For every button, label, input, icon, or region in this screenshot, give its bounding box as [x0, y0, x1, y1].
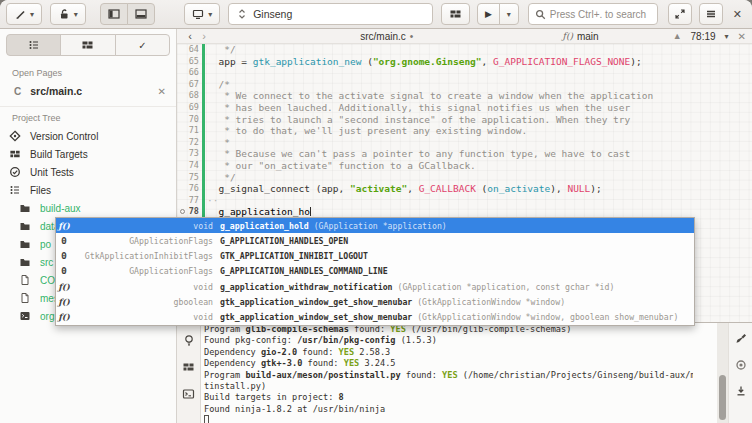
build-log-actions	[728, 323, 752, 423]
files-icon	[9, 184, 21, 196]
save-log-button[interactable]	[732, 382, 750, 400]
code-line[interactable]: 65 app = gtk_application_new ("org.gnome…	[177, 56, 752, 68]
log-line: Build targets in project: 8	[204, 392, 693, 403]
toggle-bottom-panel-button[interactable]	[127, 3, 155, 25]
record-circle-icon	[735, 359, 747, 371]
runtime-lock-button[interactable]: ▾	[50, 3, 86, 25]
completion-return-type: void	[72, 312, 213, 322]
function-icon: ƒ()	[56, 221, 72, 231]
completion-params: (GApplication *application)	[309, 221, 447, 231]
tree-item-build-aux[interactable]: build-aux	[0, 199, 176, 217]
build-log[interactable]: Program glib-compile-schemas found: YES …	[204, 324, 693, 423]
completion-return-type: void	[72, 282, 213, 292]
search-input[interactable]	[550, 9, 651, 20]
code-line[interactable]: 66	[177, 67, 752, 79]
tree-item-label: po	[40, 239, 51, 250]
completion-item[interactable]: ƒ()voidgtk_application_window_set_show_m…	[56, 310, 694, 325]
completion-item[interactable]: ƒ()voidg_application_hold (GApplication …	[56, 218, 694, 233]
line-number: 75	[177, 172, 199, 184]
vcs-change-bar	[202, 148, 205, 160]
code-line[interactable]: 69 * has been lauched. Additionally, thi…	[177, 102, 752, 114]
run-button[interactable]: ▶	[477, 3, 500, 25]
play-icon: ▶	[485, 9, 492, 19]
open-page-item[interactable]: C src/main.c ✕	[0, 80, 176, 102]
run-options-button[interactable]: ▾	[499, 3, 519, 25]
completion-return-type: GtkApplicationInhibitFlags	[72, 251, 213, 261]
code-line[interactable]: 68 * We connect to the activate signal t…	[177, 90, 752, 102]
vcs-change-bar	[202, 183, 205, 195]
vcs-change-bar	[202, 114, 205, 126]
nav-back-icon[interactable]: ‹	[183, 30, 197, 42]
completion-item[interactable]: ΘGtkApplicationInhibitFlagsGTK_APPLICATI…	[56, 249, 694, 264]
build-output-tab[interactable]	[180, 358, 198, 376]
chevron-down-icon: ▾	[507, 10, 511, 19]
messages-tab[interactable]	[180, 331, 198, 349]
enum-icon: Θ	[56, 266, 72, 276]
c-language-icon: C	[14, 86, 21, 97]
log-line: Dependency gtk+-3.0 found: YES 3.24.5	[204, 358, 693, 369]
completion-item[interactable]: ƒ()voidg_application_withdraw_notificati…	[56, 279, 694, 294]
fullscreen-button[interactable]	[668, 3, 692, 25]
terminal-tab[interactable]	[180, 385, 198, 403]
completion-name: gtk_application_window_get_show_menubar	[220, 297, 412, 307]
vcs-change-bar	[202, 67, 205, 79]
switcher-project-tree-button[interactable]	[6, 34, 61, 56]
completion-item[interactable]: ƒ()gbooleangtk_application_window_get_sh…	[56, 294, 694, 309]
completion-item[interactable]: ΘGApplicationFlagsG_APPLICATION_HANDLES_…	[56, 264, 694, 279]
current-symbol-button[interactable]: ƒ() main	[563, 31, 599, 42]
completion-return-type: gboolean	[72, 297, 213, 307]
device-monitor-icon	[192, 8, 204, 20]
completion-return-type: void	[72, 221, 213, 231]
nav-forward-icon[interactable]: ›	[197, 30, 211, 42]
vcs-change-bar	[202, 56, 205, 68]
close-editor-icon[interactable]: ✕	[738, 31, 746, 42]
switcher-build-targets-button[interactable]	[60, 34, 115, 56]
warning-icon[interactable]: ▲	[673, 31, 682, 41]
tree-item-files[interactable]: Files	[0, 181, 176, 199]
function-icon: ƒ()	[56, 297, 72, 307]
tree-item-unit-tests[interactable]: Unit Tests	[0, 163, 176, 181]
global-search[interactable]	[528, 3, 658, 25]
window-close-button[interactable]: ✕	[723, 3, 752, 25]
code-line[interactable]: 74 * our "on_activate" function to a GCa…	[177, 160, 752, 172]
line-number: 65	[177, 56, 199, 68]
code-line[interactable]: 64 */	[177, 44, 752, 56]
chevron-down-icon[interactable]: ▾	[725, 32, 729, 41]
code-line[interactable]: 71 * to do that, we'll just present any …	[177, 125, 752, 137]
tree-item-version-control[interactable]: Version Control	[0, 127, 176, 145]
file-icon	[19, 292, 31, 304]
completion-return-type: GApplicationFlags	[72, 266, 213, 276]
open-pages-label: Open Pages	[0, 62, 176, 80]
toggle-left-panel-button[interactable]	[100, 3, 128, 25]
scrollbar-thumb[interactable]	[719, 375, 726, 420]
run-profile-button[interactable]: ▾	[6, 3, 42, 25]
close-page-icon[interactable]: ✕	[158, 86, 166, 97]
code-line[interactable]: 72 *	[177, 137, 752, 149]
log-line: Program build-aux/meson/postinstall.py f…	[204, 370, 693, 381]
code-line[interactable]: 77··	[177, 195, 752, 207]
omnibar-button[interactable]: Ginseng	[228, 3, 433, 25]
record-icon[interactable]	[732, 356, 750, 374]
completion-params: (GApplication *application, const gchar …	[393, 282, 615, 292]
file-icon	[19, 274, 31, 286]
line-number: 68	[177, 90, 199, 102]
code-line[interactable]: 76 g_signal_connect (app, "activate", G_…	[177, 183, 752, 195]
tree-item-build-targets[interactable]: Build Targets	[0, 145, 176, 163]
switcher-todo-button[interactable]: ✓	[115, 34, 170, 56]
version-control-icon	[9, 130, 21, 142]
code-line[interactable]: 67 /*	[177, 79, 752, 91]
folder-icon	[19, 202, 31, 214]
code-line[interactable]: 70 * tries to launch a "second instance"…	[177, 114, 752, 126]
device-selector-button[interactable]: ▾	[184, 3, 220, 25]
unit-tests-icon	[9, 166, 21, 178]
tree-item-label: build-aux	[40, 203, 81, 214]
code-line[interactable]: 73 * Because we can't pass a pointer to …	[177, 148, 752, 160]
menu-button[interactable]	[699, 3, 723, 25]
build-bricks-icon	[81, 39, 94, 51]
code-text: * to do that, we'll just present any exi…	[207, 125, 527, 137]
build-button[interactable]	[441, 3, 470, 25]
completion-item[interactable]: ΘGApplicationFlagsG_APPLICATION_HANDLES_…	[56, 233, 694, 248]
completion-params: (GtkApplicationWindow *window)	[412, 297, 565, 307]
code-line[interactable]: 75 */	[177, 172, 752, 184]
clear-log-button[interactable]	[732, 330, 750, 348]
